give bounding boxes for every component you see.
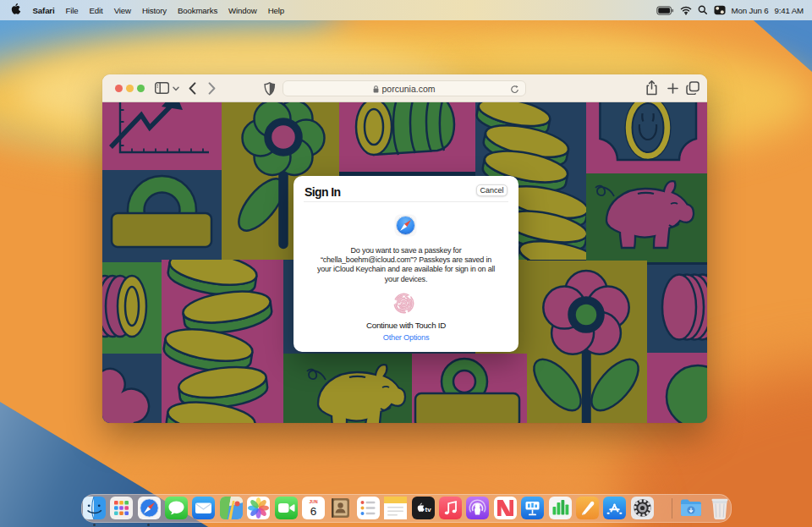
svg-text:6: 6 — [310, 505, 317, 518]
svg-text:tv: tv — [425, 506, 431, 513]
svg-text:JUN: JUN — [309, 499, 317, 504]
